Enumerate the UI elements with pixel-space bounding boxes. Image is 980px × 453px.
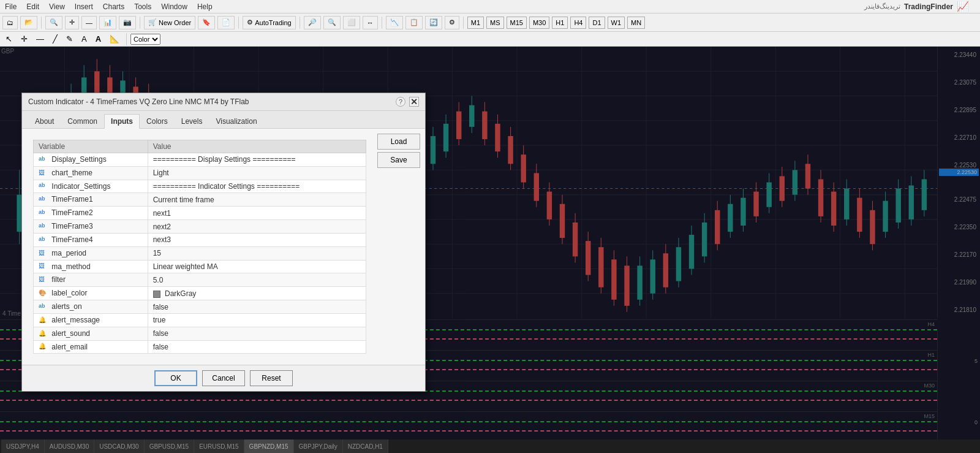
tf-ms[interactable]: MS	[486, 17, 504, 29]
bold-btn[interactable]: A	[92, 33, 104, 45]
table-row[interactable]: 🖼 chart_theme Light	[34, 166, 366, 180]
icon-alert-message: 🔔	[39, 316, 47, 325]
tf-h4[interactable]: H4	[570, 17, 586, 29]
new-order-icon: 🛒	[148, 18, 157, 26]
dialog-close-btn[interactable]: ✕	[409, 97, 419, 107]
menu-help[interactable]: Help	[197, 2, 213, 11]
menu-tools[interactable]: Tools	[134, 2, 151, 11]
hline-btn[interactable]: —	[33, 33, 47, 45]
screenshot-btn[interactable]: 📷	[119, 16, 136, 29]
text-btn[interactable]: A	[78, 33, 90, 45]
drawing-toolbar: ↖ ✛ — ╱ ✎ A A 📐 Color	[0, 32, 980, 47]
row-alert-sound-var: 🔔 alert_sound	[34, 327, 148, 340]
table-row[interactable]: 🔔 alert_message true	[34, 313, 366, 327]
table-row[interactable]: ab TimeFrame3 next2	[34, 220, 366, 234]
tab-about[interactable]: About	[28, 114, 61, 129]
tf-h1[interactable]: H1	[552, 17, 568, 29]
load-button[interactable]: Load	[377, 134, 420, 150]
table-row[interactable]: ab alerts_on false	[34, 300, 366, 314]
tf-m30[interactable]: M30	[529, 17, 549, 29]
report-btn[interactable]: 📄	[217, 16, 235, 29]
row-tf4-var: ab TimeFrame4	[34, 233, 148, 246]
row-filter-var: 🖼 filter	[34, 273, 148, 287]
cancel-button[interactable]: Cancel	[202, 370, 245, 386]
trend-btn[interactable]: ╱	[50, 33, 61, 45]
load-save-section: Load Save	[377, 134, 420, 360]
reset-button[interactable]: Reset	[250, 370, 293, 386]
icon-img-filter: 🖼	[39, 276, 47, 284]
menu-window[interactable]: Window	[161, 2, 187, 11]
cursor-btn[interactable]: ↖	[2, 33, 15, 45]
tf-m1[interactable]: M1	[467, 17, 484, 29]
table-row[interactable]: 🔔 alert_sound false	[34, 327, 366, 340]
line-btn[interactable]: —	[81, 16, 97, 29]
table-row[interactable]: ab Indicator_Settings ========== Indicat…	[34, 180, 366, 193]
history-btn[interactable]: 🔖	[198, 16, 215, 29]
row-filter-val: 5.0	[148, 273, 366, 287]
autotrading-btn[interactable]: ⚙ AutoTrading	[243, 16, 296, 29]
dialog-help-btn[interactable]: ?	[396, 97, 405, 107]
new-order-btn[interactable]: 🛒 New Order	[144, 16, 195, 29]
scroll-btn[interactable]: ↔	[363, 16, 378, 29]
row-alert-sound-val: false	[148, 327, 366, 340]
inputs-table: Variable Value ab Display_Settings	[33, 140, 366, 354]
table-row[interactable]: 🖼 ma_period 15	[34, 246, 366, 260]
zoom-in-btn[interactable]: 🔎	[304, 16, 321, 29]
tab-levels[interactable]: Levels	[175, 114, 209, 129]
table-row[interactable]: ab Display_Settings ========== Display S…	[34, 153, 366, 167]
table-row[interactable]: 🎨 label_color DarkGray	[34, 287, 366, 300]
menu-insert[interactable]: Insert	[75, 2, 93, 11]
tab-colors[interactable]: Colors	[140, 114, 175, 129]
table-row[interactable]: ab TimeFrame2 next1	[34, 207, 366, 220]
ok-button[interactable]: OK	[154, 370, 197, 386]
sep1	[41, 17, 42, 29]
table-row[interactable]: 🖼 ma_method Linear weighted MA	[34, 260, 366, 273]
zoom-btn[interactable]: 🔍	[45, 16, 62, 29]
row-indicator-settings-val: ========== Indicator Settings ==========	[148, 180, 366, 193]
tab-inputs[interactable]: Inputs	[104, 114, 140, 129]
row-label-color-var: 🎨 label_color	[34, 287, 148, 300]
tf-d1[interactable]: D1	[589, 17, 605, 29]
menu-edit[interactable]: Edit	[26, 2, 39, 11]
tf-m15[interactable]: M15	[507, 17, 527, 29]
save-button[interactable]: Save	[377, 152, 420, 168]
row-chart-theme-var: 🖼 chart_theme	[34, 166, 148, 180]
crosshair2-btn[interactable]: ✛	[18, 33, 31, 45]
tab-visualization[interactable]: Visualization	[209, 114, 263, 129]
tf-mn[interactable]: MN	[627, 17, 645, 29]
row-ma-period-var: 🖼 ma_period	[34, 246, 148, 260]
row-alerts-on-var: ab alerts_on	[34, 300, 148, 314]
table-row[interactable]: 🔔 alert_email false	[34, 340, 366, 354]
row-tf1-var: ab TimeFrame1	[34, 193, 148, 207]
menu-bar: File Edit View Insert Charts Tools Windo…	[0, 0, 980, 13]
icon-ab-indicator: ab	[39, 182, 47, 191]
open-btn[interactable]: 📂	[20, 16, 37, 29]
menu-charts[interactable]: Charts	[103, 2, 124, 11]
row-tf3-var: ab TimeFrame3	[34, 220, 148, 234]
zoom-out-btn[interactable]: 🔍	[323, 16, 341, 29]
dialog-content: Variable Value ab Display_Settings	[22, 129, 425, 365]
menu-file[interactable]: File	[5, 2, 17, 11]
tab-common[interactable]: Common	[61, 114, 104, 129]
options-btn[interactable]: ⚙	[445, 16, 459, 29]
cycle-btn[interactable]: 🔄	[425, 16, 442, 29]
color-selector[interactable]: Color	[130, 34, 160, 45]
draw-btn2[interactable]: ✎	[63, 33, 76, 45]
table-row[interactable]: ab TimeFrame1 Current time frame	[34, 193, 366, 207]
sep6	[463, 17, 464, 29]
dialog-title-actions: ? ✕	[396, 97, 419, 107]
crosshair-btn[interactable]: ✛	[65, 16, 79, 29]
tf-w1[interactable]: W1	[608, 17, 625, 29]
indicators-btn[interactable]: 📉	[386, 16, 403, 29]
table-row[interactable]: ab TimeFrame4 next3	[34, 233, 366, 246]
new-order-label: New Order	[159, 19, 191, 26]
fib-btn[interactable]: 📐	[107, 33, 123, 45]
tpl-btn[interactable]: 📋	[405, 16, 423, 29]
table-row[interactable]: 🖼 filter 5.0	[34, 273, 366, 287]
icon-ab: ab	[39, 156, 47, 164]
menu-view[interactable]: View	[49, 2, 65, 11]
period-sep-btn[interactable]: 📊	[99, 16, 116, 29]
row-label-color-val: DarkGray	[148, 287, 366, 300]
zoom-fit-btn[interactable]: ⬜	[343, 16, 360, 29]
new-chart-btn[interactable]: 🗂	[2, 16, 18, 29]
